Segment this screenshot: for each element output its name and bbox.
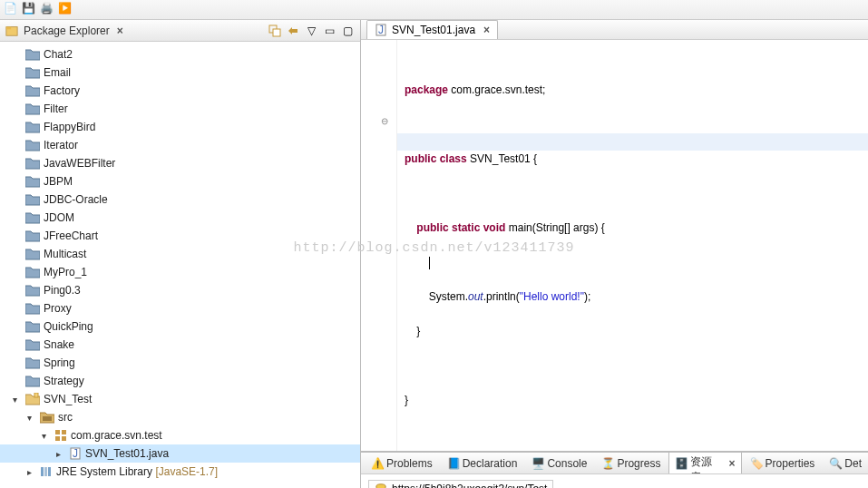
- svn-repo-url: https://5h9j8h2uxeagit3/svn/Test: [392, 483, 547, 488]
- tree-project[interactable]: Iterator: [0, 136, 360, 154]
- tree-jre[interactable]: ▸ JRE System Library [JavaSE-1.7]: [0, 463, 360, 481]
- tree-label: src: [58, 411, 73, 424]
- tab-icon: 🏷️: [750, 457, 763, 470]
- bottom-tab[interactable]: 🖥️Console: [525, 454, 593, 473]
- svg-rect-3: [273, 29, 280, 36]
- tree-project[interactable]: Snake: [0, 336, 360, 354]
- tree-project[interactable]: JFreeChart: [0, 227, 360, 245]
- package-explorer-view: Package Explorer × ▽ ▭ ▢ Chat2EmailFacto…: [0, 20, 361, 488]
- view-title: Package Explorer: [24, 24, 110, 37]
- bottom-tabstrip: ⚠️Problems📘Declaration🖥️Console⏳Progress…: [361, 453, 868, 474]
- bottom-tab[interactable]: 🗄️SVN 资源库×: [668, 453, 741, 474]
- twisty-closed-icon[interactable]: ▸: [56, 449, 65, 459]
- tree-label: JFreeChart: [44, 229, 98, 242]
- tree-project[interactable]: MyPro_1: [0, 263, 360, 281]
- link-editor-icon[interactable]: [286, 24, 300, 38]
- closed-project-icon: [25, 139, 40, 151]
- svn-repo-view: https://5h9j8h2uxeagit3/svn/Test: [361, 474, 868, 488]
- tree-label: Snake: [44, 338, 74, 351]
- closed-project-icon: [25, 175, 40, 188]
- tree-project[interactable]: Strategy: [0, 372, 360, 390]
- tree-label: JavaWEBFilter: [44, 157, 115, 170]
- editor-tab[interactable]: J SVN_Test01.java ×: [366, 20, 498, 39]
- svn-repo-url-chip[interactable]: https://5h9j8h2uxeagit3/svn/Test: [368, 480, 553, 488]
- closed-project-icon: [25, 284, 40, 297]
- tree-src[interactable]: ▾ src: [0, 408, 360, 426]
- code-editor[interactable]: ⊖ package com.grace.svn.test; public cla…: [361, 40, 868, 452]
- svg-rect-7: [62, 430, 66, 434]
- toolbar-icon[interactable]: 📄: [4, 2, 20, 18]
- tree-label: Proxy: [44, 302, 72, 315]
- closed-project-icon: [25, 121, 40, 133]
- tree-project[interactable]: Chat2: [0, 45, 360, 63]
- tree-label: Factory: [44, 84, 80, 97]
- tree-project[interactable]: JBPM: [0, 172, 360, 190]
- tab-icon: 🗄️: [675, 457, 688, 470]
- editor-gutter: ⊖: [361, 40, 397, 451]
- tree-project[interactable]: Email: [0, 63, 360, 82]
- maximize-icon[interactable]: ▢: [340, 24, 355, 38]
- tree-package[interactable]: ▾ com.grace.svn.test: [0, 426, 360, 444]
- toolbar-icon[interactable]: 💾: [22, 2, 38, 18]
- tab-icon: 🖥️: [532, 457, 544, 470]
- tree-label: FlappyBird: [44, 121, 95, 133]
- bottom-tab[interactable]: 🔍Det: [823, 454, 868, 473]
- tree-java-file[interactable]: ▸ J SVN_Test01.java: [0, 444, 360, 463]
- tab-label: SVN 资源库: [690, 453, 722, 474]
- svg-rect-5: [43, 416, 52, 421]
- tree-project[interactable]: JDOM: [0, 209, 360, 227]
- tree-project[interactable]: Proxy: [0, 299, 360, 317]
- java-file-icon: J: [375, 24, 387, 36]
- tree-project[interactable]: Ping0.3: [0, 281, 360, 299]
- tree-project[interactable]: Factory: [0, 82, 360, 100]
- tab-label: Problems: [386, 457, 433, 470]
- closed-project-icon: [25, 266, 40, 278]
- minimize-icon[interactable]: ▭: [322, 24, 336, 38]
- tab-icon: 🔍: [829, 457, 842, 470]
- twisty-closed-icon[interactable]: ▸: [27, 467, 36, 477]
- tree-project[interactable]: JDBC-Oracle: [0, 190, 360, 209]
- tab-label: Properties: [766, 457, 815, 470]
- tree-project-svntest[interactable]: ▾ SVN_Test: [0, 390, 360, 408]
- src-folder-icon: [40, 411, 54, 424]
- bottom-tab[interactable]: 📘Declaration: [441, 454, 524, 473]
- closed-project-icon: [25, 320, 40, 333]
- twisty-open-icon[interactable]: ▾: [27, 413, 36, 423]
- tree-label: Chat2: [44, 48, 73, 61]
- collapse-all-icon[interactable]: [268, 24, 282, 38]
- twisty-open-icon[interactable]: ▾: [13, 395, 22, 405]
- text-cursor: [429, 257, 430, 269]
- tab-icon: 📘: [447, 457, 460, 470]
- tree-project[interactable]: FlappyBird: [0, 118, 360, 136]
- closed-project-icon: [25, 356, 40, 369]
- package-explorer-icon: [5, 24, 18, 37]
- tree-label: com.grace.svn.test: [71, 429, 162, 442]
- close-icon[interactable]: ×: [729, 457, 736, 470]
- tree-project[interactable]: Spring: [0, 354, 360, 372]
- bottom-tab[interactable]: ⏳Progress: [595, 454, 667, 473]
- view-menu-icon[interactable]: ▽: [304, 24, 318, 38]
- tree-project[interactable]: Filter: [0, 100, 360, 118]
- toolbar-icon[interactable]: 🖨️: [40, 2, 56, 18]
- tree-project[interactable]: JavaWEBFilter: [0, 154, 360, 172]
- code-area[interactable]: package com.grace.svn.test; public class…: [397, 40, 868, 451]
- fold-toggle-icon[interactable]: ⊖: [381, 116, 388, 126]
- project-tree[interactable]: Chat2EmailFactoryFilterFlappyBirdIterato…: [0, 42, 360, 488]
- closed-project-icon: [25, 338, 40, 351]
- repo-icon: [375, 483, 387, 488]
- svg-rect-4: [34, 393, 38, 397]
- toolbar-icon[interactable]: ▶️: [58, 2, 74, 18]
- twisty-open-icon[interactable]: ▾: [42, 431, 51, 441]
- closed-project-icon: [25, 229, 40, 242]
- tree-project[interactable]: QuickPing: [0, 317, 360, 336]
- closed-project-icon: [25, 375, 40, 387]
- bottom-tab[interactable]: ⚠️Problems: [365, 454, 439, 473]
- tree-label: SVN_Test: [44, 393, 92, 405]
- svg-rect-6: [55, 430, 60, 434]
- closed-project-icon: [25, 84, 40, 97]
- bottom-tab[interactable]: 🏷️Properties: [744, 454, 822, 473]
- tree-project[interactable]: Multicast: [0, 245, 360, 263]
- close-icon[interactable]: ×: [483, 24, 490, 36]
- close-icon[interactable]: ×: [117, 24, 123, 37]
- editor-tab-label: SVN_Test01.java: [392, 24, 475, 36]
